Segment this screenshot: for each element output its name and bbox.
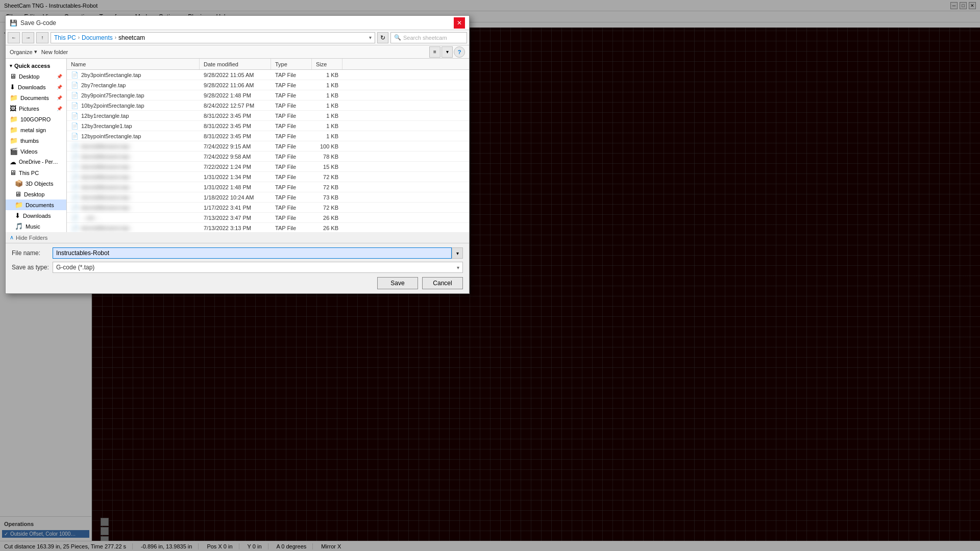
sidebar-item-onedrive[interactable]: ☁ OneDrive - Persor bbox=[6, 157, 66, 167]
file-icon: 📄 bbox=[71, 143, 79, 150]
search-box[interactable]: 🔍 Search sheetcam bbox=[390, 32, 467, 43]
search-placeholder: Search sheetcam bbox=[403, 35, 447, 41]
sidebar-item-videos[interactable]: 🎬 Videos bbox=[6, 146, 66, 157]
new-folder-button[interactable]: New folder bbox=[41, 49, 68, 55]
file-cell-size: 26 KB bbox=[312, 215, 342, 221]
file-row[interactable]: 📄blurredfilename.tap1/18/2022 10:24 AMTA… bbox=[67, 192, 469, 203]
nav-documents[interactable]: Documents bbox=[82, 34, 113, 41]
nav-sheetcam[interactable]: sheetcam bbox=[118, 34, 145, 41]
file-row[interactable]: 📄blurredfilename.tap7/13/2022 3:13 PMTAP… bbox=[67, 223, 469, 232]
file-row[interactable]: 📄12by1rectangle.tap8/31/2022 3:45 PMTAP … bbox=[67, 111, 469, 121]
search-icon: 🔍 bbox=[394, 34, 401, 41]
nav-this-pc[interactable]: This PC bbox=[54, 34, 76, 41]
file-cell-date: 7/24/2022 9:58 AM bbox=[200, 154, 271, 160]
dialog-file-list: Name Date modified Type Size 📄2by3point5… bbox=[67, 59, 469, 232]
videos-label: Videos bbox=[20, 148, 37, 155]
file-cell-date: 7/22/2022 1:24 PM bbox=[200, 164, 271, 170]
file-icon: 📄 bbox=[71, 82, 79, 89]
col-header-type[interactable]: Type bbox=[271, 59, 312, 69]
file-cell-type: TAP File bbox=[271, 82, 312, 88]
file-icon: 📄 bbox=[71, 92, 79, 99]
dialog-close-button[interactable]: ✕ bbox=[454, 17, 465, 29]
file-cell-size: 26 KB bbox=[312, 225, 342, 231]
col-header-date[interactable]: Date modified bbox=[200, 59, 271, 69]
file-row[interactable]: 📄blurredfilename.tap1/31/2022 1:34 PMTAP… bbox=[67, 172, 469, 182]
file-cell-size: 1 KB bbox=[312, 133, 342, 139]
sidebar-item-100gopro[interactable]: 📁 100GOPRO bbox=[6, 114, 66, 124]
file-row[interactable]: 📄blurredfilename.tap1/31/2022 1:48 PMTAP… bbox=[67, 182, 469, 192]
sidebar-item-downloads-2[interactable]: ⬇ Downloads bbox=[6, 210, 66, 221]
sidebar-item-desktop-2[interactable]: 🖥 Desktop bbox=[6, 189, 66, 199]
file-icon: 📄 bbox=[71, 204, 79, 211]
downloads2-icon: ⬇ bbox=[15, 212, 20, 219]
nav-back-button[interactable]: ← bbox=[8, 32, 20, 43]
file-row[interactable]: 📄blurredfilename.tap7/24/2022 9:58 AMTAP… bbox=[67, 152, 469, 162]
hide-folders-toggle[interactable]: ∧ Hide Folders bbox=[6, 232, 469, 243]
file-row[interactable]: 📄2by9point75rectangle.tap9/28/2022 1:48 … bbox=[67, 90, 469, 101]
file-cell-type: TAP File bbox=[271, 92, 312, 98]
file-row[interactable]: 📄2by7rectangle.tap9/28/2022 11:06 AMTAP … bbox=[67, 80, 469, 90]
filename-dropdown-btn[interactable]: ▾ bbox=[452, 247, 463, 259]
filename-input[interactable] bbox=[53, 247, 452, 259]
documents-pin: 📌 bbox=[57, 95, 62, 101]
view-dropdown-btn[interactable]: ▾ bbox=[442, 46, 453, 58]
file-cell-size: 72 KB bbox=[312, 174, 342, 180]
file-row[interactable]: 📄10by2point5rectangle.tap8/24/2022 12:57… bbox=[67, 101, 469, 111]
file-cell-type: TAP File bbox=[271, 143, 312, 149]
file-icon: 📄 bbox=[71, 224, 79, 232]
sidebar-item-documents-pinned[interactable]: 📁 Documents 📌 bbox=[6, 92, 66, 103]
sidebar-item-metal-sign[interactable]: 📁 metal sign bbox=[6, 124, 66, 135]
sidebar-item-downloads[interactable]: ⬇ Downloads 📌 bbox=[6, 82, 66, 92]
col-header-name[interactable]: Name bbox=[67, 59, 200, 69]
help-button[interactable]: ? bbox=[454, 46, 465, 58]
this-pc-icon: 🖥 bbox=[10, 169, 16, 177]
file-cell-name: 📄…ref… bbox=[67, 214, 200, 221]
sidebar-item-music[interactable]: 🎵 Music bbox=[6, 221, 66, 232]
filename-label: File name: bbox=[12, 249, 53, 257]
file-row[interactable]: 📄…ref…7/13/2022 3:47 PMTAP File26 KB bbox=[67, 213, 469, 223]
file-row[interactable]: 📄12bypoint5rectangle.tap8/31/2022 3:45 P… bbox=[67, 131, 469, 141]
sidebar-item-documents-main[interactable]: 📁 Documents bbox=[6, 199, 66, 210]
sidebar-item-desktop[interactable]: 🖥 Desktop 📌 bbox=[6, 71, 66, 82]
cancel-button[interactable]: Cancel bbox=[422, 277, 463, 289]
onedrive-icon: ☁ bbox=[10, 158, 16, 166]
file-cell-name: 📄2by7rectangle.tap bbox=[67, 82, 200, 89]
desktop2-label: Desktop bbox=[24, 191, 44, 197]
file-cell-size: 73 KB bbox=[312, 194, 342, 201]
savetype-select[interactable]: G-code (*.tap) ▾ bbox=[53, 262, 463, 273]
nav-forward-button[interactable]: → bbox=[22, 32, 34, 43]
file-cell-type: TAP File bbox=[271, 133, 312, 139]
sidebar-item-this-pc[interactable]: 🖥 This PC bbox=[6, 167, 66, 178]
file-row[interactable]: 📄2by3point5rectangle.tap9/28/2022 11:05 … bbox=[67, 70, 469, 80]
pictures-icon: 🖼 bbox=[10, 105, 16, 112]
view-list-btn[interactable]: ≡ bbox=[429, 46, 440, 58]
file-cell-size: 15 KB bbox=[312, 164, 342, 170]
file-cell-size: 72 KB bbox=[312, 205, 342, 211]
save-button[interactable]: Save bbox=[377, 277, 418, 289]
file-cell-name: 📄10by2point5rectangle.tap bbox=[67, 102, 200, 109]
sidebar-item-pictures[interactable]: 🖼 Pictures 📌 bbox=[6, 103, 66, 114]
quick-access-arrow: ▾ bbox=[10, 63, 12, 68]
nav-path[interactable]: This PC › Documents › sheetcam ▾ bbox=[51, 32, 375, 43]
col-header-size[interactable]: Size bbox=[312, 59, 342, 69]
file-cell-type: TAP File bbox=[271, 113, 312, 119]
dialog-title-text: Save G-code bbox=[20, 19, 56, 27]
file-row[interactable]: 📄blurredfilename.tap1/17/2022 3:41 PMTAP… bbox=[67, 203, 469, 213]
desktop-icon: 🖥 bbox=[10, 72, 16, 80]
file-row[interactable]: 📄12by3rectangle1.tap8/31/2022 3:45 PMTAP… bbox=[67, 121, 469, 131]
file-cell-type: TAP File bbox=[271, 174, 312, 180]
organize-button[interactable]: Organize ▾ bbox=[10, 48, 37, 55]
sidebar-item-3d-objects[interactable]: 📦 3D Objects bbox=[6, 178, 66, 189]
nav-dropdown-arrow[interactable]: ▾ bbox=[369, 35, 372, 40]
refresh-button[interactable]: ↻ bbox=[377, 32, 388, 43]
file-cell-name: 📄blurredfilename.tap bbox=[67, 184, 200, 191]
file-icon: 📄 bbox=[71, 122, 79, 130]
file-row[interactable]: 📄blurredfilename.tap7/24/2022 9:15 AMTAP… bbox=[67, 141, 469, 152]
file-row[interactable]: 📄blurredfilename.tap7/22/2022 1:24 PMTAP… bbox=[67, 162, 469, 172]
quick-access-header[interactable]: ▾ Quick access bbox=[6, 61, 66, 71]
nav-up-button[interactable]: ↑ bbox=[36, 32, 48, 43]
file-cell-type: TAP File bbox=[271, 194, 312, 201]
file-cell-date: 8/31/2022 3:45 PM bbox=[200, 123, 271, 129]
file-cell-type: TAP File bbox=[271, 205, 312, 211]
sidebar-item-thumbs[interactable]: 📁 thumbs bbox=[6, 135, 66, 146]
